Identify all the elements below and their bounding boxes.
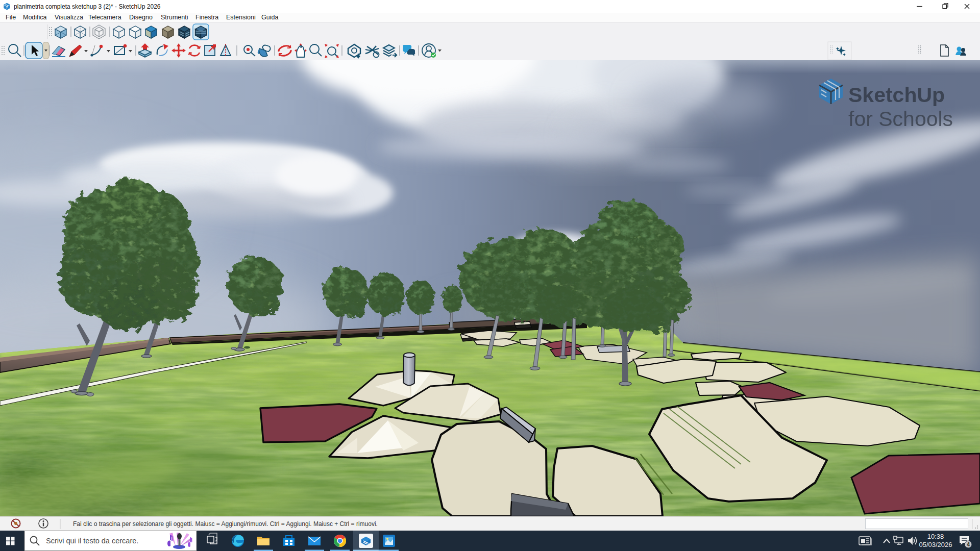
svg-text:4: 4	[967, 541, 970, 547]
svg-text:SketchUp: SketchUp	[848, 83, 945, 107]
svg-text:for Schools: for Schools	[848, 107, 953, 131]
svg-text:05/03/2026: 05/03/2026	[919, 541, 952, 548]
svg-text:10:38: 10:38	[927, 533, 944, 540]
svg-text:Scrivi qui il testo da cercare: Scrivi qui il testo da cercare.	[46, 537, 138, 545]
